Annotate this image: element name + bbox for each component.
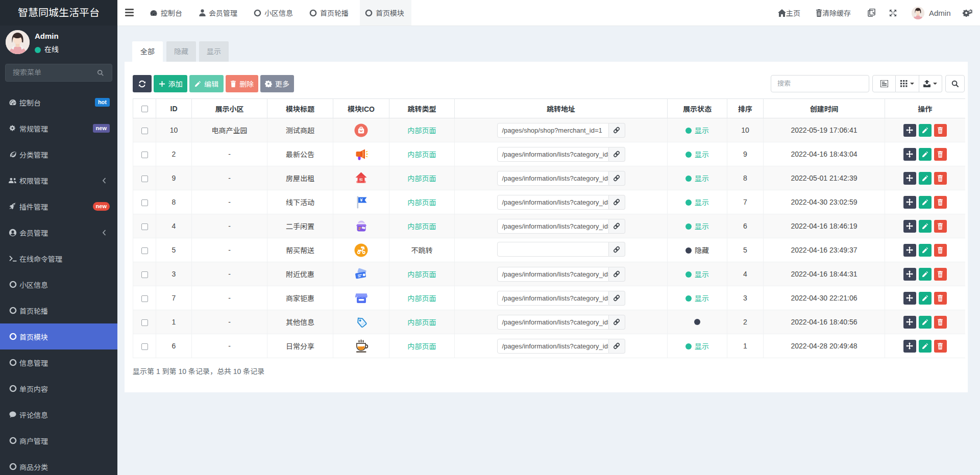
- svg-text:¥: ¥: [360, 197, 363, 203]
- svg-text:租: 租: [359, 176, 363, 182]
